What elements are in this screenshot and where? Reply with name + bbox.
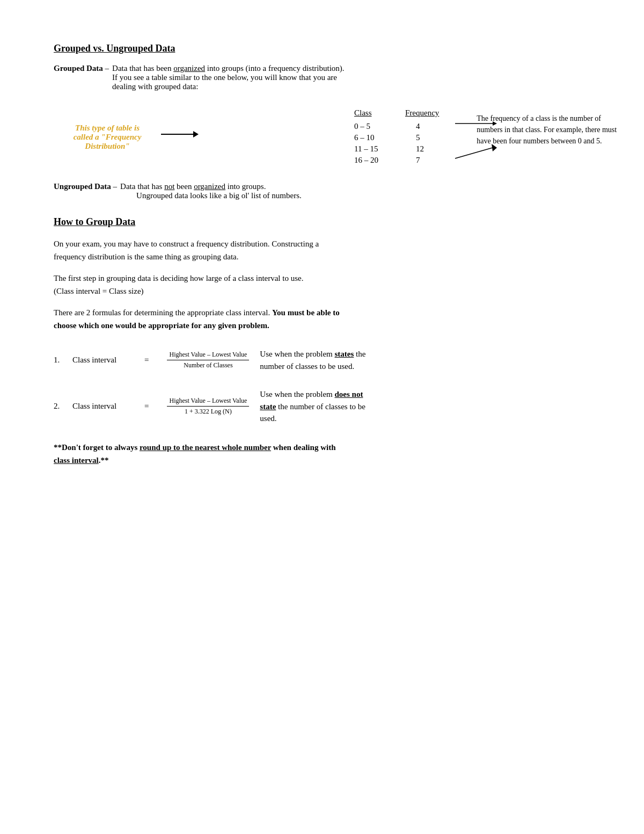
arrow-head [193, 131, 199, 137]
side-label-line2: called a "Frequency Distribution" [54, 133, 161, 151]
formula-2-row: 2. Class interval = Highest Value – Lowe… [54, 388, 590, 425]
formula-2-label: Class interval [72, 402, 137, 411]
section-title-grouped: Grouped vs. Ungrouped Data [54, 43, 590, 54]
grouped-data-label: Grouped Data – [54, 64, 109, 91]
formula-2-number: 2. [54, 402, 67, 411]
table-row: 11 – 1512 [354, 143, 466, 155]
grouped-data-content: Data that has been organized into groups… [112, 64, 590, 91]
table-annotation-wrapper: Class Frequency 0 – 546 – 10511 – 151216… [204, 107, 466, 166]
table-row: 6 – 105 [354, 132, 466, 143]
formula-1-equals: = [144, 356, 149, 365]
formula-1-denominator: Number of Classes [181, 360, 235, 369]
grouped-ungrouped-section: Grouped vs. Ungrouped Data Grouped Data … [54, 43, 590, 200]
para-2: The first step in grouping data is decid… [54, 272, 590, 298]
ungrouped-data-label: Ungrouped Data – [54, 182, 117, 200]
ungrouped-data-definition: Ungrouped Data – Data that has not been … [54, 182, 590, 200]
ungrouped-data-content: Data that has not been organized into gr… [120, 182, 590, 200]
table-row: 0 – 54 [354, 121, 466, 132]
grouped-data-definition: Grouped Data – Data that has been organi… [54, 64, 590, 91]
formula-1-label: Class interval [72, 356, 137, 365]
formula-2-numerator: Highest Value – Lowest Value [167, 397, 249, 407]
class-cell: 6 – 10 [354, 132, 405, 143]
class-cell: 0 – 5 [354, 121, 405, 132]
formula-2-equals: = [144, 402, 149, 411]
formula-2-use: Use when the problem does not state the … [260, 388, 365, 425]
formulas-section: 1. Class interval = Highest Value – Lowe… [54, 348, 590, 425]
para-1: On your exam, you may have to construct … [54, 237, 590, 263]
formula-1-use: Use when the problem states the number o… [260, 348, 365, 372]
freq-cell: 4 [405, 121, 466, 132]
table-arrow [161, 131, 199, 137]
arrow-line [161, 134, 193, 135]
formula-1-row: 1. Class interval = Highest Value – Lowe… [54, 348, 590, 372]
formula-1-fraction: Highest Value – Lowest Value Number of C… [167, 351, 249, 369]
note-section: **Don't forget to always round up to the… [54, 441, 590, 467]
freq-cell: 12 [405, 143, 466, 155]
frequency-distribution-table: Class Frequency 0 – 546 – 10511 – 151216… [354, 107, 466, 166]
freq-cell: 7 [405, 155, 466, 166]
frequency-table-area: This type of table is called a "Frequenc… [54, 107, 590, 166]
class-cell: 16 – 20 [354, 155, 405, 166]
para-3: There are 2 formulas for determining the… [54, 306, 590, 332]
formula-1-numerator: Highest Value – Lowest Value [167, 351, 249, 360]
formula-1-number: 1. [54, 356, 67, 365]
freq-cell: 5 [405, 132, 466, 143]
frequency-annotation: The frequency of a class is the number o… [477, 113, 621, 147]
how-to-group-section: How to Group Data On your exam, you may … [54, 216, 590, 467]
class-cell: 11 – 15 [354, 143, 405, 155]
table-row: 16 – 207 [354, 155, 466, 166]
page: Grouped vs. Ungrouped Data Grouped Data … [0, 0, 644, 834]
how-to-title: How to Group Data [54, 216, 590, 228]
formula-2-denominator: 1 + 3.322 Log (N) [182, 407, 234, 416]
col-class-header: Class [354, 107, 405, 121]
formula-2-fraction: Highest Value – Lowest Value 1 + 3.322 L… [167, 397, 249, 416]
side-label: This type of table is called a "Frequenc… [54, 124, 161, 151]
col-freq-header: Frequency [405, 107, 466, 121]
side-label-line1: This type of table is [54, 124, 161, 133]
